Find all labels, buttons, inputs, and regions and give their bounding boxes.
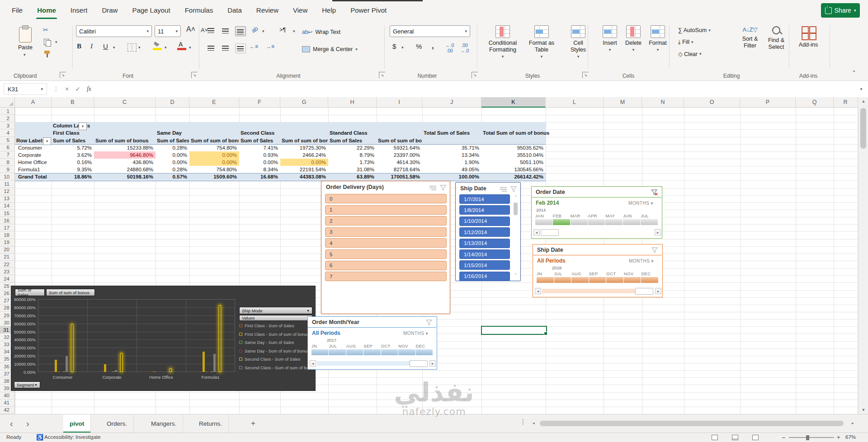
slicer-item-1[interactable]: 1 [325, 205, 447, 215]
fill-color-icon[interactable] [153, 42, 162, 51]
timeline-period-segment[interactable] [641, 277, 658, 283]
row-header-19[interactable]: 19 [0, 239, 15, 246]
menu-tab-view[interactable]: View [286, 0, 315, 21]
column-header-I[interactable]: I [377, 97, 422, 108]
sheet-tab-Returns[interactable]: Returns. [193, 414, 229, 433]
timeline-scroll-right-icon[interactable]: ▸ [655, 229, 661, 235]
menu-tab-power-pivot[interactable]: Power Pivot [343, 0, 394, 21]
timeline-period-segment[interactable] [346, 349, 363, 355]
row-header-15[interactable]: 15 [0, 210, 15, 217]
insert-function-icon[interactable]: fx [84, 83, 94, 95]
format-cells-button[interactable]: Format▾ [638, 24, 677, 74]
cut-icon[interactable]: ✂ [43, 26, 52, 34]
row-header-7[interactable]: 7 [0, 151, 15, 159]
row-header-8[interactable]: 8 [0, 159, 15, 166]
pivot-chart[interactable]: Sum of SalesSum of sum of bonus90000.00%… [11, 286, 316, 391]
column-header-G[interactable]: G [280, 97, 328, 108]
page-layout-view-icon[interactable] [732, 435, 738, 440]
timeline-period-segment[interactable] [554, 277, 571, 283]
timeline-period-segment[interactable] [311, 349, 328, 355]
column-header-A[interactable]: A [15, 97, 52, 108]
row-header-6[interactable]: 6 [0, 144, 15, 151]
slicer-item-date[interactable]: 1/16/2014 [459, 272, 510, 281]
chevron-down-icon[interactable]: ▾ [189, 45, 191, 50]
menu-tab-page-layout[interactable]: Page Layout [125, 0, 177, 21]
row-header-10[interactable]: 10 [0, 173, 15, 180]
zoom-out-icon[interactable]: − [782, 434, 785, 441]
menu-tab-draw[interactable]: Draw [94, 0, 125, 21]
scroll-down-icon[interactable]: ▼ [859, 408, 868, 412]
font-size-select[interactable]: 11▾ [155, 25, 181, 37]
underline-button[interactable]: U [103, 42, 108, 50]
row-header-13[interactable]: 13 [0, 195, 15, 202]
chevron-down-icon[interactable]: ▾ [293, 29, 295, 33]
slicer-item-5[interactable]: 5 [325, 249, 447, 259]
comma-icon[interactable]: , [432, 42, 434, 51]
vertical-scrollbar-thumb[interactable] [860, 108, 866, 149]
zoom-slider-thumb[interactable] [806, 435, 809, 440]
chevron-down-icon[interactable]: ▾ [262, 29, 264, 33]
confirm-entry-icon[interactable]: ✓ [72, 83, 83, 95]
menu-tab-help[interactable]: Help [315, 0, 343, 21]
row-header-14[interactable]: 14 [0, 202, 15, 210]
row-header-21[interactable]: 21 [0, 254, 15, 261]
text-direction-icon[interactable]: >¶ [279, 26, 286, 33]
zoom-level-label[interactable]: 67% [845, 434, 856, 440]
chevron-down-icon[interactable]: ▾ [113, 45, 115, 50]
chart-field-button-sum-of-sales[interactable]: Sum of Sales [15, 289, 45, 296]
slicer-scrollbar-thumb[interactable] [514, 202, 518, 215]
name-box[interactable]: K31 ▾ [4, 83, 47, 95]
increase-decimal-icon[interactable]: ←.0 .00 [445, 42, 454, 53]
clear-filter-icon[interactable] [651, 189, 659, 196]
slicer-item-0[interactable]: 0 [325, 194, 447, 203]
slicer-item-date[interactable]: 1/15/2014 [459, 260, 510, 270]
timeline-period-segment[interactable] [416, 349, 433, 355]
align-bottom-icon[interactable] [235, 26, 246, 36]
alignment-dialog-launcher[interactable]: ↘ [379, 72, 385, 78]
copy-icon[interactable] [43, 38, 52, 46]
timeline-scroll-right-icon[interactable]: ▸ [429, 360, 436, 367]
clear-filter-icon[interactable] [510, 186, 519, 193]
clipboard-dialog-launcher[interactable]: ↘ [60, 72, 66, 78]
timeline-period-segment[interactable] [623, 219, 640, 225]
slicer-item-date[interactable]: 1/13/2014 [459, 239, 510, 248]
timeline-ship-date[interactable]: Ship DateAll PeriodsMONTHS ▾2018JNJULAUG… [533, 244, 663, 297]
selected-cell-outline[interactable] [481, 326, 547, 335]
timeline-period-segment[interactable] [535, 219, 552, 225]
bold-button[interactable]: B [77, 42, 81, 50]
accessibility-status-label[interactable]: Accessibility: Investigate [44, 434, 101, 440]
font-name-select[interactable]: Calibri▾ [76, 25, 152, 37]
fill-button[interactable]: ⤓ Fill▾ [678, 37, 737, 47]
row-header-24[interactable]: 24 [0, 275, 15, 282]
font-color-icon[interactable]: A [177, 41, 186, 51]
menu-tab-file[interactable]: File [5, 0, 30, 21]
vertical-scrollbar[interactable]: ▲ ▼ [858, 97, 868, 414]
slicer-ship-date[interactable]: Ship Date1/7/20141/8/20141/10/20141/12/2… [455, 182, 521, 281]
menu-tab-formulas[interactable]: Formulas [178, 0, 221, 21]
scroll-left-icon[interactable]: ◂ [533, 421, 535, 425]
autosum-button[interactable]: ∑ AutoSum▾ [678, 25, 737, 35]
sheet-tab-pivot[interactable]: pivot [63, 414, 91, 433]
row-header-16[interactable]: 16 [0, 217, 15, 224]
row-header-1[interactable]: 1 [0, 108, 15, 115]
row-header-3[interactable]: 3 [0, 122, 15, 129]
expand-formula-bar-icon[interactable]: ▾ [856, 83, 867, 95]
decrease-indent-icon[interactable]: ←≡ [250, 43, 258, 50]
slicer-item-3[interactable]: 3 [325, 227, 447, 237]
row-header-11[interactable]: 11 [0, 180, 15, 188]
wrap-text-button[interactable]: ab↩Wrap Text [302, 27, 374, 37]
timeline-period-segment[interactable] [606, 277, 623, 283]
merge-center-button[interactable]: Merge & Center▾ [302, 44, 388, 54]
timeline-order-month-year[interactable]: Order Month/YearAll PeriodsMONTHS ▾2017J… [307, 316, 437, 370]
borders-icon[interactable] [127, 43, 137, 52]
namebox-splitter[interactable]: ⋮ [51, 83, 61, 95]
increase-font-icon[interactable]: A˄ [186, 25, 195, 33]
orientation-icon[interactable]: ab [250, 25, 259, 34]
chevron-down-icon[interactable]: ▾ [401, 45, 404, 50]
column-header-C[interactable]: C [94, 97, 156, 108]
chevron-down-icon[interactable]: ▾ [165, 45, 167, 50]
timeline-scrollbar-thumb[interactable] [541, 229, 559, 236]
row-header-22[interactable]: 22 [0, 261, 15, 268]
column-header-R[interactable]: R [834, 97, 858, 108]
collapse-ribbon-chevron-icon[interactable]: ⌄ [852, 67, 856, 73]
